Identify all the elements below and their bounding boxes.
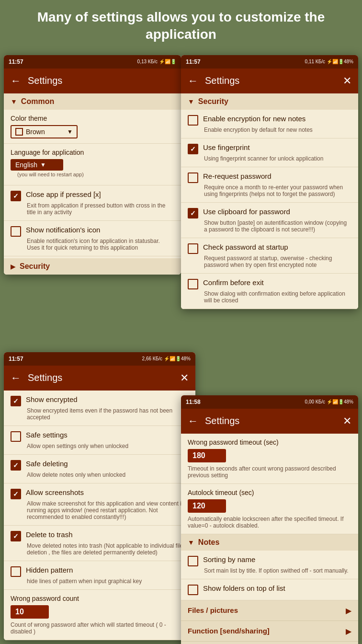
status-icons-1: 0,13 КБ/с ⚡📶🔋: [137, 59, 176, 64]
status-icons-4: 0,00 КБ/с ⚡📶🔋48%: [305, 399, 353, 404]
delete-to-trash-desc: Move deleted notes into trash (Not appli…: [11, 542, 189, 556]
allow-screenshots-item: Allow screenshots Allow make screenshot …: [4, 483, 195, 526]
show-encrypted-desc: Show encrypted items even if the passwor…: [11, 407, 189, 421]
status-icons-3: 2,66 КБ/с ⚡📶🔋48%: [142, 356, 191, 361]
close-icon-3[interactable]: ✕: [180, 372, 189, 384]
show-notification-title: Show notification's icon: [26, 226, 174, 234]
close-app-checkbox[interactable]: [11, 191, 21, 201]
back-icon-3[interactable]: ←: [11, 372, 21, 384]
show-notification-checkbox[interactable]: [11, 226, 21, 237]
promo-title: Many of settings allows you to customize…: [14, 9, 348, 44]
delete-to-trash-item: Delete to trash Move deleted notes into …: [4, 526, 195, 561]
app-bar-2: ← Settings ✕: [181, 69, 358, 93]
autolock-timeout-desc: Automatically enable lockscreen after th…: [188, 516, 351, 529]
wrong-password-timeout-desc: Timeout in seconds after count wrong pas…: [188, 465, 351, 479]
safe-deleting-checkbox[interactable]: [11, 460, 21, 471]
close-icon-2[interactable]: ✕: [343, 75, 351, 87]
re-request-password-row: Re-request password: [188, 172, 351, 183]
lang-arrow-icon: ▼: [40, 161, 46, 168]
allow-screenshots-checkbox[interactable]: [11, 489, 21, 499]
hidden-pattern-title: Hidden pattern: [26, 566, 189, 574]
backup-section[interactable]: Backup ▶: [181, 642, 358, 644]
notes-section-title: Notes: [198, 538, 219, 547]
files-pictures-section[interactable]: Files / pictures ▶: [181, 600, 358, 621]
show-folders-top-row: Show folders on top of list: [188, 584, 351, 595]
app-title-2: Settings: [205, 75, 336, 86]
show-encrypted-row: Show encrypted: [11, 395, 189, 406]
confirm-exit-title: Confirm before exit: [203, 278, 351, 287]
show-notification-row: Show notification's icon: [11, 226, 174, 237]
use-clipboard-desc: Show button [paste] on autentificastion …: [188, 219, 351, 233]
back-icon-1[interactable]: ←: [11, 75, 21, 87]
chevron-icon-common: ▼: [11, 98, 17, 105]
status-bar-3: 11:57 2,66 КБ/с ⚡📶🔋48%: [4, 352, 195, 366]
app-title-4: Settings: [205, 415, 336, 426]
show-folders-top-checkbox[interactable]: [188, 585, 198, 595]
window-more-security: 11:57 2,66 КБ/с ⚡📶🔋48% ← Settings ✕ Show…: [4, 352, 195, 640]
safe-deleting-desc: Allow delete notes only when unlocked: [11, 472, 189, 478]
files-pictures-title: Files / pictures: [188, 606, 238, 614]
show-folders-top-title: Show folders on top of list: [203, 584, 351, 592]
common-section-title: Common: [21, 97, 54, 106]
safe-settings-title: Safe settings: [26, 431, 189, 439]
content-1: ▼ Common Color theme Brown ▼ Language fo…: [4, 93, 181, 275]
show-encrypted-title: Show encrypted: [26, 395, 189, 403]
window-security-settings: 11:57 0,11 КБ/с ⚡📶🔋48% ← Settings ✕ ▼ Se…: [181, 55, 358, 309]
safe-settings-item: Safe settings Allow open settings only w…: [4, 426, 195, 455]
show-notification-item: Show notification's icon Enable notifica…: [4, 221, 181, 256]
wrong-password-count-desc: Count of wrong password after which will…: [11, 621, 189, 635]
function-send-section[interactable]: Function [send/sharing] ▶: [181, 621, 358, 642]
wrong-password-count-label: Wrong password count: [11, 595, 189, 605]
wrong-password-timeout-label: Wrong password timeout (sec): [188, 438, 351, 449]
language-hint: (you will need to restart app): [11, 171, 174, 180]
language-dropdown[interactable]: English ▼: [11, 159, 63, 171]
safe-deleting-item: Safe deleting Allow delete notes only wh…: [4, 455, 195, 483]
show-encrypted-item: Show encrypted Show encrypted items even…: [4, 391, 195, 426]
sorting-by-name-checkbox[interactable]: [188, 556, 198, 566]
hidden-pattern-checkbox[interactable]: [11, 566, 21, 577]
check-password-startup-row: Check password at startup: [188, 243, 351, 254]
color-theme-dropdown[interactable]: Brown ▼: [11, 125, 78, 138]
show-encrypted-checkbox[interactable]: [11, 396, 21, 406]
sorting-by-name-desc: Sort main list by title. If option swith…: [188, 567, 351, 574]
use-fingerprint-checkbox[interactable]: [188, 144, 198, 154]
show-folders-top-item: Show folders on top of list: [181, 579, 358, 600]
close-app-title: Close app if pressed [x]: [26, 190, 174, 198]
confirm-exit-desc: Show dialog with confirmation exiting be…: [188, 290, 351, 304]
language-item: Language for application English ▼ (you …: [4, 144, 181, 185]
safe-settings-checkbox[interactable]: [11, 431, 21, 442]
use-clipboard-row: Use clipboard for password: [188, 207, 351, 218]
back-icon-4[interactable]: ←: [188, 415, 198, 427]
use-clipboard-checkbox[interactable]: [188, 208, 198, 218]
security-section-title-2: Security: [198, 97, 228, 106]
color-theme-item: Color theme Brown ▼: [4, 110, 181, 144]
back-icon-2[interactable]: ←: [188, 75, 198, 87]
app-bar-1: ← Settings: [4, 69, 181, 93]
app-bar-4: ← Settings ✕: [181, 409, 358, 434]
security-section-header-2: ▼ Security: [181, 93, 358, 110]
delete-to-trash-checkbox[interactable]: [11, 531, 21, 541]
autolock-timeout-item: Autolock timeout (sec) 120 Automatically…: [181, 484, 358, 534]
re-request-password-checkbox[interactable]: [188, 172, 198, 183]
window-notes-settings: 11:58 0,00 КБ/с ⚡📶🔋48% ← Settings ✕ Wron…: [181, 395, 358, 644]
language-value: English: [15, 161, 37, 169]
autolock-timeout-input[interactable]: 120: [188, 499, 226, 513]
confirm-exit-row: Confirm before exit: [188, 278, 351, 289]
enable-encryption-row: Enable encryption for new notes: [188, 115, 351, 126]
wrong-password-timeout-input[interactable]: 180: [188, 449, 226, 462]
enable-encryption-checkbox[interactable]: [188, 115, 198, 126]
close-app-desc: Exit from application if pressed button …: [11, 202, 174, 216]
common-section-header: ▼ Common: [4, 93, 181, 110]
hidden-pattern-desc: hide lines of pattern when input graphic…: [11, 578, 189, 585]
function-send-arrow: ▶: [346, 627, 351, 636]
check-password-startup-checkbox[interactable]: [188, 243, 198, 254]
check-password-startup-title: Check password at startup: [203, 243, 351, 251]
close-icon-4[interactable]: ✕: [343, 415, 351, 427]
status-time-3: 11:57: [9, 356, 23, 362]
app-title-3: Settings: [28, 372, 173, 383]
confirm-exit-checkbox[interactable]: [188, 279, 198, 289]
status-time-4: 11:58: [186, 399, 201, 405]
color-theme-label: Color theme: [11, 115, 174, 125]
color-square-icon: [15, 128, 23, 136]
wrong-password-count-input[interactable]: 10: [11, 605, 49, 619]
